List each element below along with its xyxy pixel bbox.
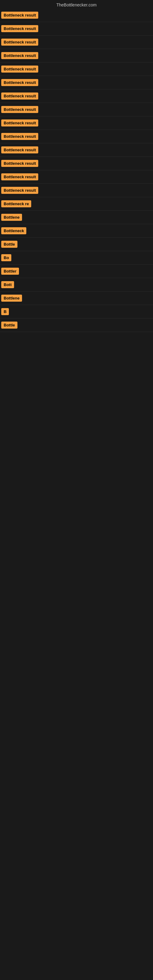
site-title: TheBottlenecker.com [0,0,153,9]
result-row: Bottle [0,318,153,332]
bottleneck-badge[interactable]: Bottleneck result [1,160,38,167]
result-row: Bottleneck [0,224,153,238]
bottleneck-badge[interactable]: Bottleneck result [1,25,38,32]
result-row: Bottleneck re [0,197,153,211]
bottleneck-badge[interactable]: Bott [1,281,14,288]
result-row: Bottleneck result [0,9,153,22]
bottleneck-badge[interactable]: Bottleneck result [1,92,38,100]
bottleneck-badge[interactable]: Bottleneck [1,227,26,234]
result-row: Bottleneck result [0,170,153,184]
bottleneck-badge[interactable]: Bottleneck result [1,146,38,153]
result-row: Bottleneck result [0,22,153,35]
result-row: Bottleneck result [0,76,153,89]
result-row: Bottleneck result [0,49,153,62]
site-header: TheBottlenecker.com [0,0,153,9]
bottleneck-badge[interactable]: Bottleneck result [1,38,38,46]
bottleneck-badge[interactable]: Bottleneck result [1,133,38,140]
result-row: Bottleneck result [0,62,153,76]
bottleneck-badge[interactable]: Bottleneck result [1,119,38,126]
bottleneck-badge[interactable]: Bottleneck result [1,187,38,194]
bottleneck-badge[interactable]: Bottleneck result [1,65,38,73]
bottleneck-badge[interactable]: Bottleneck result [1,79,38,86]
result-row: Bottleneck result [0,35,153,49]
results-list: Bottleneck resultBottleneck resultBottle… [0,9,153,332]
result-row: Bottlene [0,211,153,224]
bottleneck-badge[interactable]: Bottle [1,241,18,248]
result-row: Bottleneck result [0,157,153,170]
result-row: Bottlene [0,291,153,305]
result-row: Bott [0,278,153,291]
result-row: Bottler [0,265,153,278]
bottleneck-badge[interactable]: Bottlene [1,214,22,221]
result-row: Bottleneck result [0,130,153,143]
bottleneck-badge[interactable]: Bottleneck re [1,200,31,207]
bottleneck-badge[interactable]: B [1,308,9,315]
bottleneck-badge[interactable]: Bottler [1,268,19,275]
bottleneck-badge[interactable]: Bottleneck result [1,106,38,113]
result-row: Bottleneck result [0,184,153,197]
result-row: Bo [0,251,153,265]
bottleneck-badge[interactable]: Bottlene [1,294,22,302]
result-row: Bottleneck result [0,89,153,103]
result-row: Bottleneck result [0,116,153,130]
bottleneck-badge[interactable]: Bottleneck result [1,173,38,180]
result-row: Bottle [0,238,153,251]
bottleneck-badge[interactable]: Bottleneck result [1,52,38,59]
result-row: Bottleneck result [0,143,153,157]
result-row: B [0,305,153,318]
bottleneck-badge[interactable]: Bottle [1,321,18,329]
result-row: Bottleneck result [0,103,153,116]
bottleneck-badge[interactable]: Bo [1,254,11,261]
bottleneck-badge[interactable]: Bottleneck result [1,12,38,19]
